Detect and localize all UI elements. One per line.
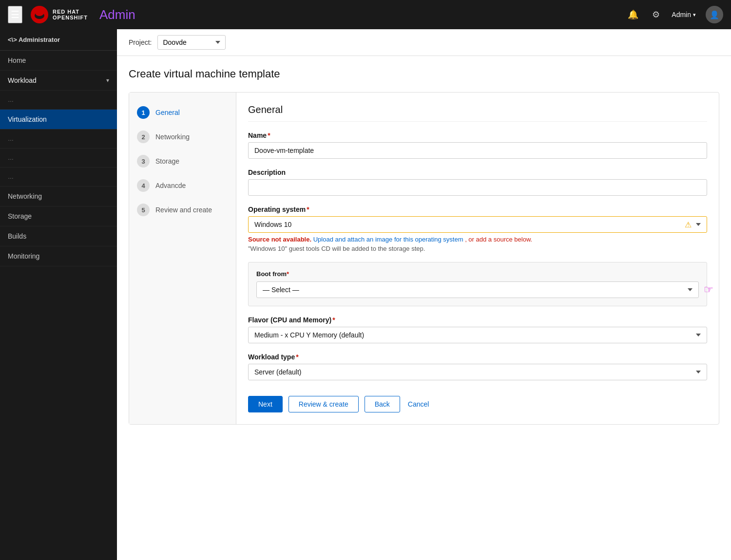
settings-button[interactable]: ⚙: [650, 7, 662, 22]
wizard-step-3-label: Storage: [155, 157, 179, 165]
sidebar-item-workload[interactable]: Workload ▾: [0, 71, 117, 91]
sidebar-item-networking[interactable]: Networking: [0, 187, 117, 206]
wizard-step-storage[interactable]: 3 Storage: [129, 149, 236, 173]
sidebar-item-ellipsis-4[interactable]: …: [0, 168, 117, 187]
sidebar-item-ellipsis-1[interactable]: …: [0, 91, 117, 110]
chevron-down-icon: ▾: [106, 77, 109, 84]
wizard-step-5-number: 5: [137, 204, 150, 216]
top-navigation: ☰ RED HAT OPENSHIFT Admin 🔔 ⚙ Admin ▾ 👤: [0, 0, 731, 29]
boot-label: Boot from*: [256, 270, 699, 278]
wizard-step-2-label: Networking: [155, 133, 190, 141]
topnav-icons-group: 🔔 ⚙ Admin ▾ 👤: [626, 6, 723, 23]
main-layout: <\> Administrator Home Workload ▾ … Virt…: [0, 29, 731, 560]
sidebar: <\> Administrator Home Workload ▾ … Virt…: [0, 29, 117, 560]
brand-text: RED HAT OPENSHIFT: [53, 9, 88, 20]
main-content-area: Project: Doovde Create virtual machine t…: [117, 29, 731, 560]
name-field-group: Name*: [248, 131, 707, 159]
wizard-step-1-label: General: [155, 109, 180, 116]
source-warning: Source not available. Upload and attach …: [248, 236, 707, 243]
description-label: Description: [248, 168, 707, 176]
wizard-body: General Name* Description: [236, 93, 719, 424]
workload-type-select[interactable]: Server (default): [248, 364, 707, 380]
redhat-logo-icon: [30, 5, 49, 24]
svg-point-3: [40, 12, 44, 15]
project-bar: Project: Doovde: [117, 29, 731, 56]
sidebar-admin-label: <\> Administrator: [0, 29, 117, 51]
flavor-field-group: Flavor (CPU and Memory)* Medium - x CPU …: [248, 316, 707, 343]
os-select[interactable]: Windows 10: [248, 216, 707, 233]
brand-logo: RED HAT OPENSHIFT: [30, 5, 88, 24]
source-info: "Windows 10" guest tools CD will be adde…: [248, 245, 707, 252]
sidebar-item-builds[interactable]: Builds: [0, 226, 117, 246]
sidebar-item-ellipsis-2[interactable]: …: [0, 130, 117, 149]
wizard-section-title: General: [248, 104, 707, 122]
admin-menu-button[interactable]: Admin ▾: [672, 11, 696, 19]
project-label: Project:: [129, 38, 152, 46]
create-vm-wizard: 1 General 2 Networking 3 Storage 4 Advan…: [129, 92, 719, 425]
project-select[interactable]: Doovde: [157, 35, 226, 50]
page-title: Create virtual machine template: [129, 68, 719, 80]
boot-from-select[interactable]: — Select —: [256, 281, 699, 298]
sidebar-item-home[interactable]: Home: [0, 51, 117, 71]
os-field-group: Operating system* Windows 10 ⚠ Source no…: [248, 205, 707, 252]
wizard-step-general[interactable]: 1 General: [129, 100, 236, 125]
avatar-icon: 👤: [710, 10, 719, 19]
wizard-step-4-label: Advancde: [155, 182, 186, 189]
wizard-step-5-label: Review and create: [155, 206, 212, 214]
cursor-icon: ☞: [704, 283, 713, 296]
page-content: Create virtual machine template 1 Genera…: [117, 56, 731, 560]
sidebar-item-storage[interactable]: Storage: [0, 206, 117, 226]
description-input[interactable]: [248, 179, 707, 196]
hamburger-menu-button[interactable]: ☰: [8, 6, 22, 23]
flavor-label: Flavor (CPU and Memory)*: [248, 316, 707, 324]
app-title: Admin: [99, 7, 135, 22]
upload-image-link[interactable]: Upload and attach an image for this oper…: [313, 236, 463, 243]
review-create-button[interactable]: Review & create: [289, 396, 359, 412]
notification-button[interactable]: 🔔: [626, 7, 640, 22]
os-select-wrapper: Windows 10 ⚠: [248, 216, 707, 233]
wizard-step-2-number: 2: [137, 131, 150, 143]
flavor-select[interactable]: Medium - x CPU Y Memory (default): [248, 327, 707, 343]
boot-select-area: — Select — ☞: [256, 281, 699, 298]
wizard-actions: Next Review & create Back Cancel: [248, 396, 707, 412]
boot-section: Boot from* — Select — ☞: [248, 262, 707, 306]
next-button[interactable]: Next: [248, 396, 283, 412]
back-button[interactable]: Back: [365, 396, 400, 412]
wizard-step-3-number: 3: [137, 155, 150, 168]
wizard-step-advancde[interactable]: 4 Advancde: [129, 173, 236, 198]
avatar[interactable]: 👤: [706, 6, 723, 23]
wizard-step-networking[interactable]: 2 Networking: [129, 125, 236, 149]
workload-type-label: Workload type*: [248, 353, 707, 361]
sidebar-item-virtualization[interactable]: Virtualization: [0, 110, 117, 130]
sidebar-item-monitoring[interactable]: Monitoring: [0, 246, 117, 266]
description-field-group: Description: [248, 168, 707, 196]
name-label: Name*: [248, 131, 707, 139]
sidebar-item-ellipsis-3[interactable]: …: [0, 149, 117, 168]
name-input[interactable]: [248, 142, 707, 159]
wizard-step-4-number: 4: [137, 179, 150, 192]
workload-type-field-group: Workload type* Server (default): [248, 353, 707, 380]
wizard-step-review-create[interactable]: 5 Review and create: [129, 198, 236, 222]
wizard-navigation: 1 General 2 Networking 3 Storage 4 Advan…: [129, 93, 236, 424]
wizard-step-1-number: 1: [137, 106, 150, 119]
cancel-button[interactable]: Cancel: [406, 396, 431, 412]
os-label: Operating system*: [248, 205, 707, 213]
